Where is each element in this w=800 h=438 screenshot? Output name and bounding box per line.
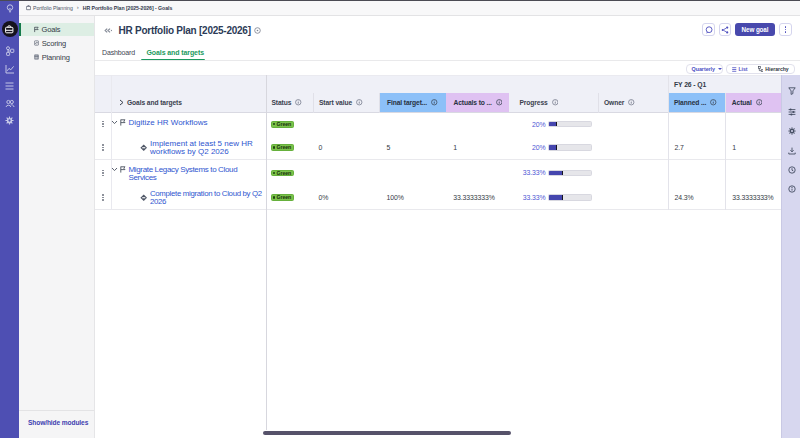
row-menu-button[interactable] [95,185,111,209]
fields-icon[interactable] [782,108,800,116]
column-start-value[interactable]: Start value [319,93,385,112]
planned-cell[interactable]: 24.3% [675,185,725,209]
grid-line [379,93,380,113]
rail-item-settings[interactable] [0,113,19,129]
filter-icon[interactable] [782,87,800,95]
new-goal-button[interactable]: New goal [735,23,775,36]
table-row[interactable]: Migrate Legacy Systems to Cloud Services… [95,160,781,185]
row-menu-button[interactable] [95,113,111,136]
grid-line [725,93,726,211]
status-dot-icon [273,196,275,198]
cell-value: 33.3333333% [732,194,773,201]
grid-line [598,93,599,113]
briefcase-icon [5,25,14,34]
ellipsis-icon [102,144,103,150]
sidebar-item-label: Goals [42,25,61,34]
horizontal-scrollbar[interactable] [263,431,511,435]
row-menu-button[interactable] [95,135,111,159]
info-icon[interactable] [782,185,800,193]
rail-item-portfolio[interactable] [0,19,19,39]
table-header: Goals and targets Status Start value Fin… [95,93,781,113]
status-badge: Green [271,121,294,128]
target-name-cell[interactable]: Complete migration to Cloud by Q2 2026 [111,185,266,209]
breadcrumb-root[interactable]: Portfolio Planning [33,5,73,11]
status-cell[interactable]: Green [266,160,313,185]
table-row[interactable]: Digitize HR Workflows Green 20% [95,113,781,136]
flag-icon [120,166,126,173]
period-dropdown[interactable]: Quarterly [686,64,723,75]
progress-bar [548,121,593,128]
view-list-button[interactable]: List [727,65,753,74]
goal-name-cell[interactable]: Digitize HR Workflows [111,113,266,136]
start-value-cell[interactable]: 0 [319,135,379,159]
gauge-icon [34,40,39,46]
view-hierarchy-button[interactable]: Hierarchy [753,65,794,74]
goal-link[interactable]: Digitize HR Workflows [129,119,208,127]
chevron-right-icon[interactable] [119,99,124,106]
team-icon [5,99,15,108]
rail-item-reports[interactable] [0,61,19,77]
table-row[interactable]: Complete migration to Cloud by Q2 2026 G… [95,185,781,210]
final-target-cell[interactable]: 5 [387,135,447,159]
cell-value: 2.7 [675,144,684,151]
progress-cell: 33.33% [510,185,608,209]
status-badge: Green [271,144,294,151]
column-actual[interactable]: Actual [725,93,781,112]
briefcase-icon [26,5,31,10]
cell-value: 5 [387,144,391,151]
rail-selected-circle [2,21,18,37]
sidebar-item-label: Scoring [42,39,66,48]
goal-link[interactable]: Migrate Legacy Systems to Cloud Services [129,166,239,183]
start-value-cell[interactable]: 0% [319,185,379,209]
target-link[interactable]: Complete migration to Cloud by Q2 2026 [150,190,262,207]
planned-cell[interactable]: 2.7 [675,135,725,159]
column-final-target[interactable]: Final target... [379,93,446,112]
tab-dashboard[interactable]: Dashboard [102,46,135,59]
chevron-down-icon[interactable] [111,167,118,172]
status-cell[interactable]: Green [266,185,313,209]
column-progress[interactable]: Progress [520,93,608,112]
rail-item-team[interactable] [0,96,19,112]
goal-name-cell[interactable]: Migrate Legacy Systems to Cloud Services [111,160,266,185]
show-hide-modules-link[interactable]: Show/hide modules [28,419,94,426]
comments-button[interactable] [702,23,715,36]
collapse-panel-icon[interactable] [104,28,112,33]
status-cell[interactable]: Green [266,135,313,159]
download-icon[interactable] [782,147,800,155]
status-label: Green [277,121,292,127]
rail-item-strategy[interactable] [0,43,19,59]
status-label: Green [277,170,292,176]
column-planned[interactable]: Planned ... [668,93,726,112]
list-icon [732,67,737,72]
status-cell[interactable]: Green [266,113,313,136]
info-icon [295,99,302,106]
column-owner[interactable]: Owner [604,93,674,112]
ellipsis-icon [102,194,103,200]
table-body: Digitize HR Workflows Green 20% [95,113,781,210]
gear-icon[interactable] [782,127,800,135]
cell-value: 1 [732,144,736,151]
actuals-cell[interactable]: 1 [453,135,513,159]
history-icon[interactable] [782,166,800,174]
final-target-cell[interactable]: 100% [387,185,447,209]
sidebar-item-scoring[interactable]: Scoring [19,37,94,50]
sidebar-item-planning[interactable]: Planning [19,51,94,64]
share-button[interactable] [719,23,732,36]
rail-item-backlog[interactable] [0,78,19,94]
breadcrumb-current: HR Portfolio Plan [2025-2026] - Goals [83,5,173,11]
target-link[interactable]: Implement at least 5 new HR workflows by… [150,140,254,157]
column-goals[interactable]: Goals and targets [119,93,274,112]
info-icon[interactable] [254,27,261,34]
chevron-down-icon[interactable] [111,120,118,125]
sidebar-item-goals[interactable]: Goals [19,23,94,36]
row-menu-button[interactable] [95,160,111,185]
column-actuals[interactable]: Actuals to ... [446,93,510,112]
column-status[interactable]: Status [272,93,319,112]
progress-fill [549,171,563,176]
table-row[interactable]: Implement at least 5 new HR workflows by… [95,135,781,160]
actuals-cell[interactable]: 33.3333333% [453,185,513,209]
tab-goals-and-targets[interactable]: Goals and targets [147,46,204,59]
target-name-cell[interactable]: Implement at least 5 new HR workflows by… [111,135,266,159]
rail-item-ideas[interactable] [0,1,19,17]
more-actions-button[interactable] [779,23,792,36]
